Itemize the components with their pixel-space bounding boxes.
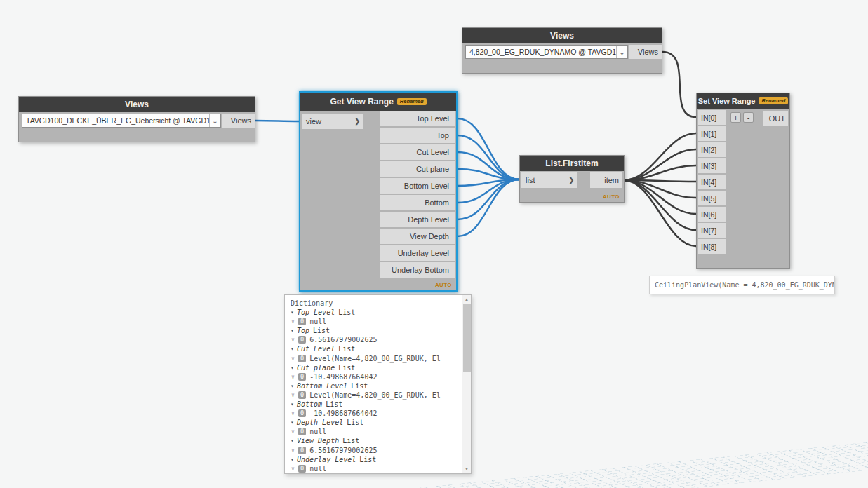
- node-header[interactable]: Views: [462, 28, 662, 43]
- lacing-label: AUTO: [435, 282, 452, 288]
- collapse-triangle-icon[interactable]: ▾: [291, 344, 297, 353]
- list-connector-icon: ∨: [291, 354, 298, 363]
- wire[interactable]: [458, 118, 519, 179]
- data-preview-panel[interactable]: Dictionary ▾ Top Level List ∨ 0 null: [284, 294, 472, 474]
- node-get-view-range[interactable]: Get View Range Renamed view ❯ Top Level …: [299, 91, 458, 292]
- input-port[interactable]: IN[3]: [698, 158, 726, 173]
- dropdown-value: 4,820_00_EG_RDUK_DYNAMO @ TAVGD100: [469, 48, 616, 56]
- preview-type: List: [338, 308, 355, 317]
- preview-entry: ▾ Bottom List ∨ 0 -10.498687664042: [291, 400, 462, 418]
- chevron-down-icon: ⌄: [209, 114, 220, 127]
- preview-key: Underlay Level: [297, 455, 356, 464]
- output-port[interactable]: Top Level: [380, 111, 455, 126]
- node-header[interactable]: Get View Range Renamed: [300, 93, 456, 111]
- input-port-view[interactable]: view ❯: [302, 114, 363, 129]
- output-port[interactable]: Depth Level: [380, 212, 455, 227]
- index-badge: 0: [298, 355, 306, 362]
- preview-type: List: [347, 418, 363, 427]
- collapse-triangle-icon[interactable]: ▾: [291, 436, 297, 445]
- default-value-chevron-icon: ❯: [566, 177, 574, 184]
- wire[interactable]: [662, 52, 696, 117]
- preview-key: Bottom Level: [297, 381, 347, 391]
- node-set-view-range[interactable]: Set View Range Renamed IN[0] IN[1] IN[2]…: [696, 93, 790, 269]
- output-port[interactable]: Bottom: [380, 195, 455, 210]
- preview-entry: ▾ Top Level List ∨ 0 null: [291, 308, 462, 326]
- dynamo-workspace[interactable]: Views TAVGD100_DECKE_ÜBER_EG_Uebersicht …: [0, 0, 868, 488]
- output-preview-tooltip: CeilingPlanView(Name = 4,820_00_EG_RDUK_…: [649, 276, 835, 294]
- output-port-views[interactable]: Views: [222, 114, 255, 128]
- output-port[interactable]: Underlay Level: [380, 245, 455, 261]
- add-input-button[interactable]: +: [730, 112, 741, 123]
- preview-entry: ▾ Bottom Level List ∨ 0 Level(Name=4,820…: [291, 381, 462, 400]
- collapse-triangle-icon[interactable]: ▾: [291, 308, 297, 317]
- output-port-out[interactable]: OUT: [763, 111, 788, 126]
- output-port-item[interactable]: item: [590, 172, 622, 188]
- preview-key: Cut plane: [297, 363, 335, 372]
- preview-value: -10.498687664042: [309, 372, 377, 381]
- list-connector-icon: ∨: [291, 317, 298, 326]
- list-connector-icon: ∨: [291, 464, 298, 473]
- output-port[interactable]: Top: [380, 128, 455, 143]
- node-header[interactable]: Views: [19, 97, 255, 112]
- wire[interactable]: [458, 179, 519, 236]
- index-badge: 0: [298, 391, 306, 399]
- input-port[interactable]: IN[2]: [698, 142, 726, 157]
- lacing-label: AUTO: [603, 194, 620, 200]
- preview-key: Bottom: [297, 400, 322, 409]
- views-dropdown[interactable]: TAVGD100_DECKE_ÜBER_EG_Uebersicht @ TAVG…: [22, 114, 221, 128]
- wire[interactable]: [255, 121, 299, 121]
- scroll-up-icon[interactable]: ▲: [465, 295, 469, 304]
- output-port-views[interactable]: Views: [629, 45, 662, 59]
- output-port[interactable]: Cut Level: [380, 144, 455, 160]
- preview-root-label: Dictionary: [291, 299, 462, 308]
- collapse-triangle-icon[interactable]: ▾: [291, 363, 297, 372]
- dropdown-value: TAVGD100_DECKE_ÜBER_EG_Uebersicht @ TAVG…: [26, 116, 209, 125]
- node-header[interactable]: List.FirstItem: [520, 156, 624, 171]
- wire[interactable]: [624, 149, 696, 180]
- collapse-triangle-icon[interactable]: ▾: [291, 400, 297, 409]
- node-title: Set View Range: [698, 97, 756, 105]
- preview-key: Top: [297, 326, 309, 335]
- output-port-list: Top Level Top Cut Level Cut plane Bottom…: [380, 111, 455, 279]
- scrollbar[interactable]: ▲ ▼: [462, 295, 471, 473]
- preview-value: null: [309, 464, 326, 473]
- input-port[interactable]: IN[7]: [698, 223, 726, 238]
- input-port[interactable]: IN[5]: [698, 191, 726, 205]
- collapse-triangle-icon[interactable]: ▾: [291, 326, 297, 335]
- preview-value: null: [309, 317, 326, 326]
- input-port[interactable]: IN[8]: [698, 239, 726, 254]
- remove-input-button[interactable]: -: [743, 112, 754, 123]
- input-port-list[interactable]: list ❯: [521, 172, 577, 188]
- preview-value: 6.56167979002625: [309, 335, 377, 344]
- output-port[interactable]: View Depth: [380, 229, 455, 244]
- views-dropdown[interactable]: 4,820_00_EG_RDUK_DYNAMO @ TAVGD100 ⌄: [465, 45, 628, 59]
- index-badge: 0: [298, 318, 306, 325]
- scroll-down-icon[interactable]: ▼: [462, 465, 471, 473]
- wire[interactable]: [624, 180, 696, 230]
- collapse-triangle-icon[interactable]: ▾: [291, 381, 297, 391]
- input-port[interactable]: IN[6]: [698, 207, 726, 222]
- output-port[interactable]: Underlay Bottom: [380, 262, 455, 278]
- preview-value: Level(Name=4,820_00_EG_RDUK, El: [309, 391, 441, 400]
- default-value-chevron-icon: ❯: [352, 118, 360, 125]
- wire[interactable]: [458, 135, 519, 179]
- preview-type: List: [351, 381, 368, 391]
- input-port[interactable]: IN[4]: [698, 175, 726, 189]
- node-views-left[interactable]: Views TAVGD100_DECKE_ÜBER_EG_Uebersicht …: [18, 96, 255, 142]
- node-list-firstitem[interactable]: List.FirstItem list ❯ item AUTO: [519, 155, 625, 203]
- node-header[interactable]: Set View Range Renamed: [697, 93, 789, 109]
- collapse-triangle-icon[interactable]: ▾: [291, 418, 297, 427]
- input-port[interactable]: IN[1]: [698, 126, 726, 141]
- scrollbar-thumb[interactable]: [463, 304, 471, 372]
- input-port[interactable]: IN[0]: [698, 110, 726, 125]
- output-port[interactable]: Bottom Level: [380, 178, 455, 194]
- list-connector-icon: ∨: [291, 335, 298, 344]
- node-title: Views: [125, 100, 149, 109]
- preview-key: Cut Level: [297, 344, 335, 353]
- node-views-top[interactable]: Views 4,820_00_EG_RDUK_DYNAMO @ TAVGD100…: [462, 27, 662, 74]
- index-badge: 0: [298, 336, 306, 344]
- collapse-triangle-icon[interactable]: ▾: [291, 455, 297, 464]
- output-port[interactable]: Cut plane: [380, 161, 455, 177]
- index-badge: 0: [298, 373, 306, 381]
- preview-entry: ▾ Top List ∨ 0 6.56167979002625: [291, 326, 462, 344]
